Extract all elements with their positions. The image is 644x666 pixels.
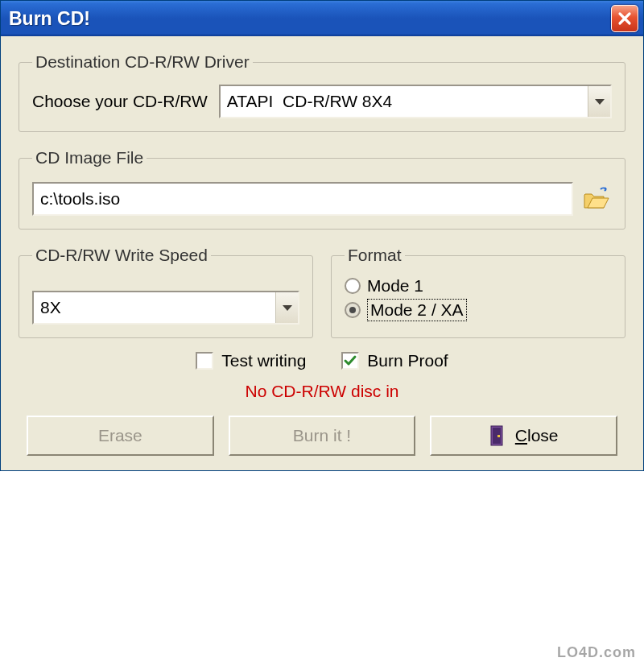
close-icon (617, 11, 632, 26)
erase-button-label: Erase (98, 426, 142, 445)
test-writing-checkbox[interactable]: Test writing (196, 351, 306, 370)
burn-button[interactable]: Burn it ! (229, 416, 416, 456)
door-exit-icon (489, 424, 507, 447)
chevron-down-icon (595, 99, 605, 105)
burn-proof-label: Burn Proof (367, 351, 448, 370)
window-title: Burn CD! (9, 8, 90, 30)
format-mode2-radio[interactable]: Mode 2 / XA (345, 299, 612, 321)
image-group: CD Image File (19, 148, 625, 230)
close-button[interactable]: Close (430, 416, 617, 456)
driver-choose-label: Choose your CD-R/RW (32, 92, 208, 111)
radio-dot-icon (349, 307, 356, 313)
burn-button-label: Burn it ! (293, 426, 351, 445)
format-mode1-radio[interactable]: Mode 1 (345, 276, 612, 296)
burn-cd-window: Burn CD! Destination CD-R/RW Driver Choo… (0, 0, 644, 471)
driver-combo-button[interactable] (588, 86, 610, 117)
erase-button[interactable]: Erase (27, 416, 214, 456)
speed-combo-button[interactable] (275, 292, 298, 323)
test-writing-label: Test writing (221, 351, 306, 370)
driver-legend: Destination CD-R/RW Driver (32, 52, 253, 72)
checkbox-icon (196, 352, 213, 370)
speed-legend: CD-R/RW Write Speed (32, 246, 211, 265)
radio-icon (345, 278, 361, 294)
status-text: No CD-R/RW disc in (19, 382, 625, 401)
driver-group: Destination CD-R/RW Driver Choose your C… (19, 52, 625, 132)
format-mode1-label: Mode 1 (367, 276, 423, 296)
format-group: Format Mode 1 Mode 2 / XA (331, 246, 625, 338)
speed-combo-value: 8X (34, 298, 275, 317)
driver-combo[interactable]: ATAPI CD-R/RW 8X4 (219, 85, 612, 118)
speed-group: CD-R/RW Write Speed 8X (19, 246, 313, 338)
image-path-input[interactable] (32, 182, 573, 216)
checkbox-icon (341, 352, 359, 370)
format-legend: Format (345, 246, 405, 265)
format-mode2-label: Mode 2 / XA (367, 299, 467, 321)
chevron-down-icon (283, 305, 292, 311)
svg-rect-2 (497, 435, 500, 437)
image-legend: CD Image File (32, 148, 147, 168)
titlebar: Burn CD! (1, 1, 643, 36)
window-close-button[interactable] (611, 5, 638, 32)
speed-combo[interactable]: 8X (32, 291, 299, 325)
burn-proof-checkbox[interactable]: Burn Proof (341, 351, 448, 370)
radio-icon (345, 302, 361, 318)
client-area: Destination CD-R/RW Driver Choose your C… (1, 36, 643, 470)
close-button-label: Close (515, 426, 559, 445)
browse-button[interactable] (581, 185, 612, 213)
folder-open-icon (583, 187, 610, 211)
checkmark-icon (343, 354, 357, 368)
watermark: LO4D.com (557, 644, 636, 661)
driver-combo-value: ATAPI CD-R/RW 8X4 (221, 92, 588, 111)
